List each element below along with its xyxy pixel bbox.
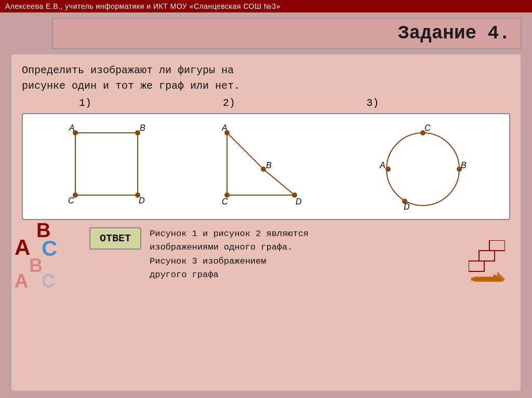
svg-point-25 <box>385 167 391 172</box>
svg-rect-32 <box>469 261 484 271</box>
answer-button[interactable]: ОТВЕТ <box>89 227 141 250</box>
svg-point-14 <box>261 167 266 172</box>
svg-text:B: B <box>266 161 272 170</box>
staircase-decoration <box>469 240 505 282</box>
title-box: Задание 4. <box>52 18 522 49</box>
svg-text:D: D <box>404 202 410 211</box>
svg-text:D: D <box>296 197 302 206</box>
svg-rect-30 <box>489 240 505 251</box>
number-3: 3) <box>366 97 510 109</box>
main-area: Задание 4. Определить изображают ли фигу… <box>0 12 532 397</box>
graph-1: A B C D <box>65 122 148 211</box>
svg-line-9 <box>227 133 263 169</box>
svg-line-12 <box>263 169 295 195</box>
answer-text: Рисунок 1 и рисунок 2 являются изображен… <box>150 227 510 282</box>
svg-text:D: D <box>139 196 145 205</box>
deco-A-bot: A <box>15 270 28 292</box>
deco-C-bot: C <box>42 270 55 292</box>
svg-text:A: A <box>69 123 75 132</box>
svg-text:C: C <box>68 196 74 205</box>
deco-A: A <box>15 235 30 260</box>
deco-C: C <box>42 236 57 261</box>
abc-decoration: B A C B A C <box>15 219 77 287</box>
header-text: Алексеева Е.В., учитель информатики и ИК… <box>5 2 281 10</box>
header-bar: Алексеева Е.В., учитель информатики и ИК… <box>0 0 532 12</box>
svg-text:B: B <box>140 123 145 132</box>
svg-rect-31 <box>479 251 495 261</box>
svg-text:A: A <box>222 123 228 132</box>
svg-rect-0 <box>75 133 138 195</box>
number-2: 2) <box>223 97 367 109</box>
number-1: 1) <box>63 97 223 109</box>
svg-point-21 <box>387 133 459 205</box>
svg-text:A: A <box>379 161 385 170</box>
svg-text:C: C <box>222 197 228 206</box>
question-text: Определить изображают ли фигуры на рисун… <box>22 63 510 94</box>
deco-B-mid: B <box>29 255 43 277</box>
graph-2: A B C D <box>222 122 305 211</box>
page-title: Задание 4. <box>63 23 510 44</box>
svg-text:B: B <box>461 161 467 170</box>
svg-text:C: C <box>424 123 431 132</box>
graphs-container: A B C D A B C <box>22 113 510 220</box>
numbering-row: 1) 2) 3) <box>22 97 510 109</box>
graph-3: C B D A <box>379 122 467 211</box>
content-box: Определить изображают ли фигуры на рисун… <box>10 53 522 392</box>
bottom-row: B A C B A C ОТВЕТ Рисунок 1 и рисунок 2 … <box>22 227 510 282</box>
